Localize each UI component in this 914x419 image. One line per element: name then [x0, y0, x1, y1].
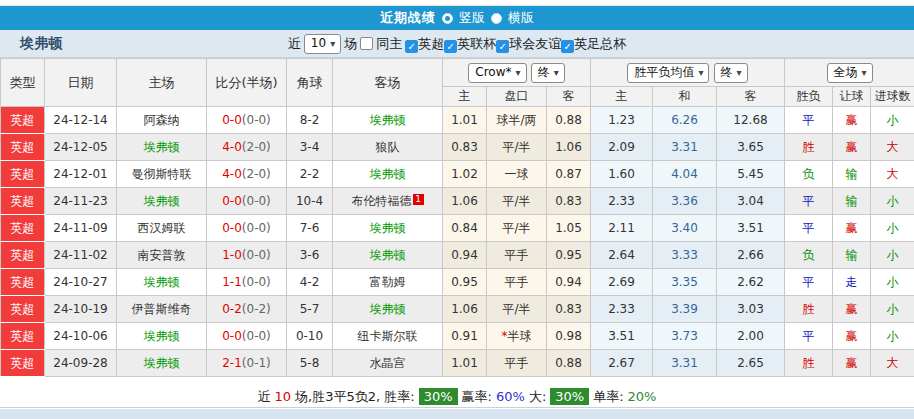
cell-ah-home: 1.01	[443, 107, 487, 134]
cell-date: 24-12-14	[45, 107, 117, 134]
company-select[interactable]: Crow*▾	[468, 63, 526, 83]
cell-ah-away: 0.98	[547, 323, 591, 350]
cell-ah-away: 1.06	[547, 134, 591, 161]
summary-count: 10	[275, 389, 292, 404]
title-bar: 近期战绩 竖版 横版	[0, 6, 914, 30]
subheader-odds-home: 主	[591, 87, 653, 107]
score-half: (0-0)	[242, 221, 271, 235]
cell-handicap: 平/半	[487, 296, 547, 323]
cell-league: 英超	[1, 323, 45, 350]
cell-handicap: 一球	[487, 161, 547, 188]
match-row: 英超24-10-06埃弗顿0-0(0-0)0-10纽卡斯尔联0.91*半球0.9…	[1, 323, 914, 350]
team-name: 埃弗顿	[20, 35, 62, 53]
chevron-down-icon: ▾	[330, 36, 335, 51]
league-checkbox-0[interactable]: ✓	[405, 40, 418, 53]
cell-league: 英超	[1, 161, 45, 188]
cell-score: 0-2(0-2)	[207, 296, 287, 323]
subheader-odds-away: 客	[717, 87, 785, 107]
cell-let-ball: 输	[833, 161, 871, 188]
subheader-handicap: 盘口	[487, 87, 547, 107]
horizontal-layout-label[interactable]: 横版	[508, 9, 534, 27]
cell-score: 1-0(0-0)	[207, 242, 287, 269]
cell-home-team: 南安普敦	[117, 242, 207, 269]
cell-odds-away: 12.68	[717, 107, 785, 134]
header-type: 类型	[1, 59, 45, 107]
cell-odds-draw: 4.04	[653, 161, 717, 188]
big-label: 大:	[529, 388, 546, 406]
score-half: (2-0)	[242, 167, 271, 181]
match-count-select[interactable]: 10▾	[304, 34, 341, 54]
cell-let-ball: 赢	[833, 134, 871, 161]
subheader-let-ball: 让球	[833, 87, 871, 107]
near-label: 近	[288, 35, 301, 53]
cell-away-team: 埃弗顿	[333, 161, 443, 188]
cell-corner: 0-10	[287, 323, 333, 350]
score-half: (0-2)	[242, 302, 271, 316]
cell-odds-draw: 3.40	[653, 215, 717, 242]
league-checkbox-3[interactable]: ✓	[561, 40, 574, 53]
subheader-odds-draw: 和	[653, 87, 717, 107]
cell-result: 胜	[785, 134, 833, 161]
league-label-1: 英联杯	[457, 36, 496, 51]
cell-let-ball: 走	[833, 269, 871, 296]
cell-ah-away: 1.05	[547, 215, 591, 242]
vertical-layout-radio[interactable]	[442, 13, 453, 24]
cell-date: 24-11-09	[45, 215, 117, 242]
horizontal-layout-radio[interactable]	[491, 13, 502, 24]
cell-score: 0-0(0-0)	[207, 215, 287, 242]
cell-corner: 2-2	[287, 161, 333, 188]
score-main: 0-0	[222, 221, 242, 235]
cell-odds-draw: 3.31	[653, 134, 717, 161]
cell-league: 英超	[1, 215, 45, 242]
league-checkbox-2[interactable]: ✓	[496, 40, 509, 53]
score-half: (0-0)	[242, 194, 271, 208]
odds-type-select[interactable]: 胜平负均值▾	[627, 63, 709, 83]
cell-league: 英超	[1, 107, 45, 134]
cell-away-team: 埃弗顿	[333, 215, 443, 242]
cell-odds-away: 3.65	[717, 134, 785, 161]
cell-corner: 8-2	[287, 107, 333, 134]
match-row: 英超24-10-19伊普斯维奇0-2(0-2)5-7埃弗顿1.06平/半0.83…	[1, 296, 914, 323]
scope-select[interactable]: 全场▾	[827, 63, 873, 83]
cell-odds-home: 2.64	[591, 242, 653, 269]
cell-odds-draw: 3.39	[653, 296, 717, 323]
cell-date: 24-11-23	[45, 188, 117, 215]
cell-goals: 小	[871, 242, 914, 269]
same-home-checkbox[interactable]	[360, 37, 373, 50]
cell-away-team: 埃弗顿	[333, 107, 443, 134]
score-main: 2-1	[222, 356, 242, 370]
odds-select-cell: 胜平负均值▾ 终▾	[591, 59, 785, 87]
cell-score: 1-1(0-0)	[207, 269, 287, 296]
cell-odds-away: 2.62	[717, 269, 785, 296]
match-row: 英超24-12-05埃弗顿4-0(2-0)3-4狼队0.83平/半1.062.0…	[1, 134, 914, 161]
cell-league: 英超	[1, 134, 45, 161]
cell-handicap: 平手	[487, 242, 547, 269]
cell-ah-home: 0.91	[443, 323, 487, 350]
league-checkbox-1[interactable]: ✓	[444, 40, 457, 53]
cell-score: 0-0(0-0)	[207, 188, 287, 215]
card-badge: 1	[413, 194, 424, 205]
cell-odds-away: 2.00	[717, 323, 785, 350]
scope-select-cell: 全场▾	[785, 59, 914, 87]
cell-odds-home: 1.60	[591, 161, 653, 188]
cell-corner: 10-4	[287, 188, 333, 215]
cell-league: 英超	[1, 269, 45, 296]
vertical-layout-label[interactable]: 竖版	[459, 9, 485, 27]
score-main: 4-0	[222, 140, 242, 154]
cell-date: 24-10-06	[45, 323, 117, 350]
matches-label: 场	[344, 35, 357, 53]
cell-handicap: 平/半	[487, 188, 547, 215]
handicap-time-select[interactable]: 终▾	[531, 63, 565, 83]
subheader-result: 胜负	[785, 87, 833, 107]
score-main: 1-1	[222, 275, 242, 289]
cell-odds-draw: 6.26	[653, 107, 717, 134]
cell-away-team: 富勒姆	[333, 269, 443, 296]
cell-away-team: 纽卡斯尔联	[333, 323, 443, 350]
cell-handicap: 球半/两	[487, 107, 547, 134]
cell-ah-home: 0.95	[443, 269, 487, 296]
cell-odds-away: 2.66	[717, 242, 785, 269]
cell-ah-home: 1.01	[443, 350, 487, 377]
odds-time-select[interactable]: 终▾	[714, 63, 748, 83]
cell-home-team: 埃弗顿	[117, 323, 207, 350]
chevron-down-icon: ▾	[516, 65, 521, 80]
